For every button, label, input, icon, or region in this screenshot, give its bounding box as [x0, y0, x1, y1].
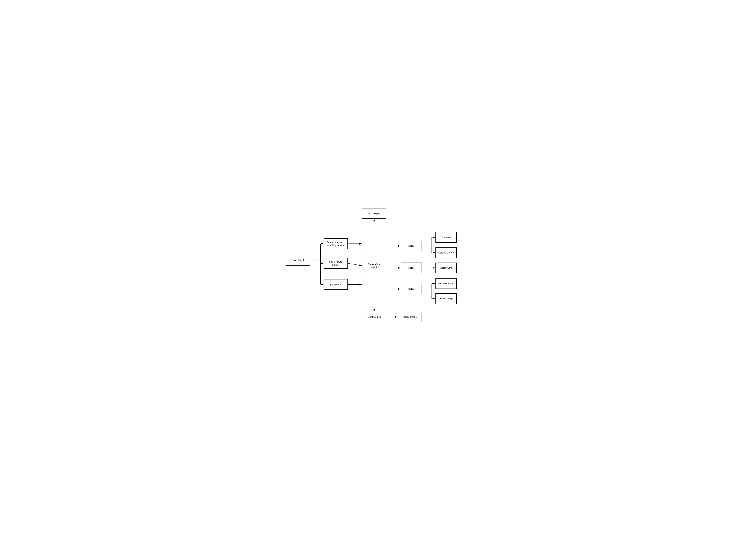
- arduino-block: Arduino UnoModule: [362, 240, 386, 291]
- temp-humidity-block: Temperature andHumidity Sensor: [324, 238, 348, 249]
- heating-device-block: Heating Device: [435, 247, 457, 258]
- heating-device-label: Heating Device: [438, 251, 454, 254]
- svg-line-7: [348, 263, 362, 266]
- gsm-label: GSM Module: [367, 315, 381, 318]
- relay1-label: Relay: [408, 244, 414, 247]
- ph-down-block: pH-Down Pump: [435, 278, 457, 289]
- ph-up-block: pH-Up Pump: [435, 293, 457, 304]
- solar-panel-label: Solar Panel: [292, 259, 304, 262]
- temp-humidity-label: Temperature andHumidity Sensor: [327, 241, 344, 247]
- arduino-label: Arduino UnoModule: [368, 262, 380, 269]
- diagram-container: Solar Panel Temperature andHumidity Sens…: [280, 199, 476, 335]
- ph-up-label: pH-Up Pump: [440, 297, 453, 300]
- ph-down-label: pH-Down Pump: [438, 282, 454, 285]
- relay2-block: Relay: [401, 263, 422, 273]
- soil-moisture-label: Soil MoistureSensor: [329, 260, 342, 267]
- relay2-label: Relay: [408, 266, 414, 269]
- lcd-block: LCD Display: [362, 208, 386, 219]
- relay3-label: Relay: [408, 287, 414, 291]
- gsm-block: GSM Module: [362, 312, 386, 322]
- solar-panel-block: Solar Panel: [286, 255, 310, 266]
- mobile-block: Mobile Phone: [398, 312, 422, 322]
- cooling-fan-block: Cooling Fan: [435, 232, 457, 242]
- relay3-block: Relay: [401, 284, 422, 294]
- ph-sensor-label: pH Sensor: [330, 283, 341, 286]
- water-pump-block: Water Pump: [435, 263, 457, 273]
- cooling-fan-label: Cooling Fan: [440, 236, 452, 239]
- relay1-block: Relay: [401, 241, 422, 251]
- water-pump-label: Water Pump: [440, 266, 452, 269]
- soil-moisture-block: Soil MoistureSensor: [324, 258, 348, 268]
- ph-sensor-block: pH Sensor: [324, 279, 348, 290]
- lcd-label: LCD Display: [368, 212, 380, 215]
- mobile-label: Mobile Phone: [403, 315, 417, 318]
